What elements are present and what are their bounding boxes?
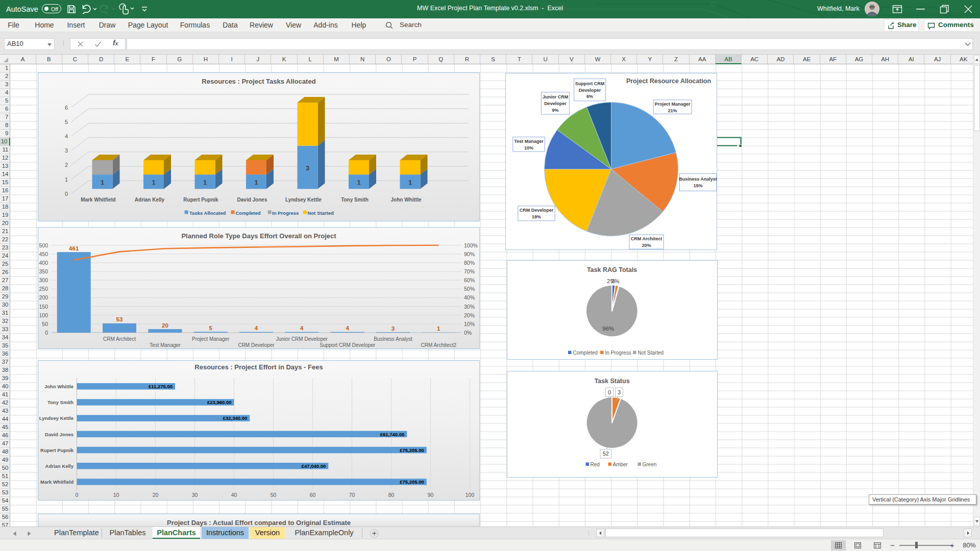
svg-text:9%: 9% [552, 108, 558, 113]
svg-text:5: 5 [209, 325, 212, 331]
svg-text:500: 500 [39, 242, 48, 248]
svg-text:15%: 15% [693, 183, 702, 188]
svg-text:Tony Smith: Tony Smith [47, 399, 74, 405]
svg-text:Developer: Developer [544, 101, 567, 106]
svg-text:£11,275.00: £11,275.00 [149, 384, 173, 389]
svg-text:10%: 10% [524, 145, 533, 151]
svg-text:50: 50 [42, 321, 48, 327]
svg-text:400: 400 [39, 260, 48, 266]
svg-text:Test Manager: Test Manager [514, 139, 544, 144]
svg-text:1: 1 [65, 177, 68, 183]
svg-text:0: 0 [45, 330, 48, 336]
svg-text:Resources : Project Tasks Allo: Resources : Project Tasks Allocated [202, 78, 315, 85]
svg-text:CRM Architect: CRM Architect [103, 336, 136, 342]
svg-text:21%: 21% [668, 108, 677, 113]
svg-text:30: 30 [192, 492, 198, 498]
svg-text:10: 10 [113, 492, 119, 498]
svg-text:0: 0 [608, 389, 611, 395]
svg-text:Completed: Completed [573, 350, 598, 356]
svg-text:0: 0 [65, 191, 68, 197]
svg-text:Support CRM: Support CRM [575, 81, 605, 86]
svg-text:Lyndsey Kettle: Lyndsey Kettle [39, 415, 74, 421]
svg-text:3: 3 [306, 164, 309, 172]
svg-text:6: 6 [65, 105, 68, 111]
svg-text:52: 52 [603, 450, 609, 457]
svg-text:1: 1 [357, 179, 360, 186]
svg-text:Business Analyst: Business Analyst [679, 177, 717, 182]
svg-text:£23,960.00: £23,960.00 [207, 399, 232, 405]
svg-text:70%: 70% [464, 268, 475, 274]
svg-text:300: 300 [39, 277, 48, 283]
svg-text:4: 4 [65, 133, 68, 139]
svg-text:Not Started: Not Started [638, 350, 664, 356]
svg-text:4: 4 [255, 325, 258, 331]
svg-text:40%: 40% [464, 294, 475, 300]
svg-text:3: 3 [618, 389, 621, 395]
svg-text:100: 100 [39, 312, 48, 318]
svg-text:450: 450 [39, 251, 48, 257]
svg-text:Mark Whitfield: Mark Whitfield [40, 479, 74, 485]
svg-text:50%: 50% [464, 286, 475, 292]
svg-text:96%: 96% [602, 325, 614, 332]
svg-text:CRM Architect2: CRM Architect2 [421, 342, 457, 348]
svg-text:80%: 80% [464, 260, 475, 266]
svg-text:Adrian Kelly: Adrian Kelly [45, 463, 74, 469]
svg-text:0: 0 [76, 492, 79, 498]
svg-text:250: 250 [39, 286, 48, 292]
svg-text:461: 461 [69, 245, 79, 252]
svg-text:200: 200 [39, 294, 48, 300]
svg-text:£75,205.00: £75,205.00 [400, 479, 424, 485]
svg-text:20%: 20% [642, 243, 651, 248]
svg-text:30%: 30% [464, 304, 475, 310]
svg-text:Task RAG Totals: Task RAG Totals [587, 266, 637, 273]
svg-text:50: 50 [271, 492, 277, 498]
svg-text:100: 100 [465, 492, 475, 498]
svg-text:Project Resource Allocation: Project Resource Allocation [626, 78, 711, 85]
svg-text:350: 350 [39, 268, 48, 274]
svg-text:Mark Whitfield: Mark Whitfield [81, 197, 115, 203]
svg-text:Support CRM Developer: Support CRM Developer [320, 342, 376, 348]
svg-text:Task Status: Task Status [594, 378, 629, 385]
svg-text:Adrian Kelly: Adrian Kelly [135, 197, 165, 203]
svg-text:£32,340.00: £32,340.00 [223, 415, 248, 421]
svg-text:Junior CRM: Junior CRM [543, 94, 569, 99]
svg-text:Project Manager: Project Manager [655, 102, 691, 107]
svg-text:Amber: Amber [613, 462, 628, 467]
svg-text:Resources : Project Effort in: Resources : Project Effort in Days - Fee… [194, 363, 323, 371]
svg-text:4: 4 [300, 325, 304, 331]
svg-text:19%: 19% [532, 214, 541, 219]
svg-text:Business Analyst: Business Analyst [374, 336, 412, 342]
svg-text:4: 4 [346, 325, 349, 331]
svg-text:CRM Developer: CRM Developer [238, 342, 275, 348]
svg-text:20%: 20% [464, 312, 475, 318]
svg-text:Red: Red [591, 462, 600, 467]
svg-text:100%: 100% [464, 242, 478, 248]
svg-text:In Progress: In Progress [272, 210, 299, 216]
svg-text:David Jones: David Jones [45, 432, 74, 437]
svg-text:£47,040.00: £47,040.00 [302, 463, 326, 469]
svg-text:1: 1 [152, 179, 155, 186]
svg-text:Tasks Allocated: Tasks Allocated [189, 210, 226, 216]
svg-text:CRM Developer: CRM Developer [520, 208, 554, 213]
svg-text:3: 3 [391, 325, 395, 332]
svg-text:£61,740.00: £61,740.00 [380, 432, 405, 437]
svg-text:John Whittle: John Whittle [391, 197, 422, 203]
svg-text:Not Started: Not Started [308, 210, 334, 216]
svg-text:1: 1 [408, 179, 412, 186]
svg-text:20: 20 [153, 492, 159, 498]
svg-text:3: 3 [65, 147, 68, 154]
svg-text:10%: 10% [464, 321, 475, 327]
svg-text:5: 5 [65, 119, 68, 125]
svg-text:90%: 90% [464, 251, 475, 257]
svg-text:Planned Role Type Days Effort: Planned Role Type Days Effort Overall on… [181, 232, 336, 240]
svg-text:Test Manager: Test Manager [150, 342, 181, 348]
svg-text:CRM Architect: CRM Architect [631, 236, 663, 241]
svg-text:Lyndsey Kettle: Lyndsey Kettle [285, 197, 322, 203]
svg-text:70: 70 [349, 492, 355, 498]
svg-text:1: 1 [254, 179, 258, 186]
svg-text:Rupert Pupnik: Rupert Pupnik [183, 197, 218, 203]
svg-text:2%: 2% [611, 278, 620, 284]
svg-text:53: 53 [116, 316, 123, 322]
svg-text:60: 60 [310, 492, 316, 498]
svg-text:1: 1 [437, 325, 440, 332]
